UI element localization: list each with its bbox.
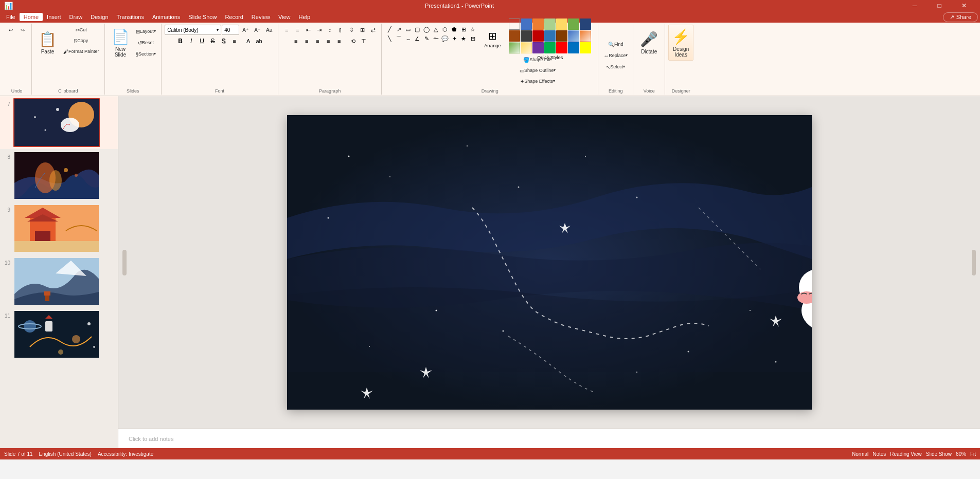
style-swatch-19[interactable] bbox=[568, 42, 579, 53]
font-color-button[interactable]: A bbox=[243, 36, 254, 46]
find-button[interactable]: 🔍 Find bbox=[601, 39, 630, 49]
dictate-button[interactable]: 🎤 Dictate bbox=[636, 25, 662, 61]
style-swatch-12[interactable] bbox=[568, 30, 579, 42]
undo-button[interactable]: ↩ bbox=[5, 25, 16, 35]
arrange-button[interactable]: ⊞ Arrange bbox=[480, 25, 504, 53]
shadow-button[interactable]: S bbox=[219, 36, 229, 46]
justify-button[interactable]: ≡ bbox=[323, 36, 333, 46]
numbering-button[interactable]: ≡ bbox=[292, 25, 302, 35]
scroll-left-handle[interactable] bbox=[122, 250, 127, 275]
style-swatch-15[interactable] bbox=[521, 42, 532, 53]
highlight-button[interactable]: ab bbox=[254, 36, 264, 46]
replace-button[interactable]: ↔ Replace ▾ bbox=[601, 50, 630, 61]
shape-outline-button[interactable]: ▭ Shape Outline ▾ bbox=[480, 65, 595, 76]
convert-button[interactable]: ⇄ bbox=[368, 25, 378, 35]
new-slide-button[interactable]: 📄 NewSlide bbox=[108, 25, 133, 61]
slide-item-11[interactable]: 11 bbox=[0, 308, 118, 361]
style-swatch-20[interactable] bbox=[580, 42, 591, 53]
slideshow-view-button[interactable]: Slide Show bbox=[926, 451, 952, 457]
slide-item-9[interactable]: 9 bbox=[0, 202, 118, 255]
menu-animations[interactable]: Animations bbox=[148, 13, 184, 21]
slide-item-10[interactable]: 10 bbox=[0, 255, 118, 308]
increase-font-button[interactable]: A⁺ bbox=[240, 25, 251, 35]
style-swatch-7[interactable] bbox=[509, 30, 520, 42]
menu-review[interactable]: Review bbox=[247, 13, 274, 21]
shape-more2[interactable]: ⬡ bbox=[440, 25, 450, 34]
scroll-right-handle[interactable] bbox=[972, 250, 976, 275]
shape-expand[interactable]: ⊞ bbox=[468, 34, 477, 43]
layout-button[interactable]: ⊞ Layout ▾ bbox=[134, 26, 158, 36]
style-swatch-6[interactable] bbox=[580, 19, 591, 30]
clear-formatting-button[interactable]: Aa bbox=[263, 25, 275, 35]
shape-scribble[interactable]: 〜 bbox=[431, 34, 440, 43]
style-swatch-5[interactable] bbox=[568, 19, 579, 30]
para-spacing-button[interactable]: ⇳ bbox=[346, 25, 357, 35]
copy-button[interactable]: ⎘ Copy bbox=[61, 35, 101, 46]
notes-view-button[interactable]: Notes bbox=[872, 451, 886, 457]
align-left-button[interactable]: ≡ bbox=[291, 36, 301, 46]
menu-view[interactable]: View bbox=[274, 13, 295, 21]
shape-fill-button[interactable]: 🪣 Shape Fill ▾ bbox=[480, 54, 595, 65]
slide-thumb-11[interactable] bbox=[13, 310, 100, 359]
style-swatch-18[interactable] bbox=[556, 42, 567, 53]
slide-canvas[interactable] bbox=[287, 115, 812, 410]
normal-view-button[interactable]: Normal bbox=[852, 451, 868, 457]
menu-help[interactable]: Help bbox=[295, 13, 315, 21]
shape-callout[interactable]: 💬 bbox=[440, 34, 450, 43]
style-swatch-4[interactable] bbox=[556, 19, 567, 30]
menu-transitions[interactable]: Transitions bbox=[113, 13, 148, 21]
reset-button[interactable]: ↺ Reset bbox=[134, 38, 158, 48]
share-button[interactable]: ↗ Share bbox=[943, 12, 978, 22]
style-swatch-3[interactable] bbox=[544, 19, 556, 30]
strikethrough-button[interactable]: S bbox=[208, 36, 218, 46]
slide-thumb-9[interactable] bbox=[13, 204, 100, 253]
shape-angle[interactable]: ∠ bbox=[413, 34, 422, 43]
shape-line[interactable]: ╱ bbox=[385, 25, 394, 34]
underline-button[interactable]: U bbox=[197, 36, 207, 46]
maximize-button[interactable]: □ bbox=[928, 0, 951, 11]
line-spacing-button[interactable]: ↕ bbox=[325, 25, 335, 35]
style-swatch-1[interactable] bbox=[521, 19, 532, 30]
minimize-button[interactable]: ─ bbox=[903, 0, 926, 11]
shape-more3[interactable]: ⬟ bbox=[450, 25, 459, 34]
shape-star5[interactable]: ★ bbox=[459, 34, 468, 43]
shape-more1[interactable]: △ bbox=[431, 25, 440, 34]
cut-button[interactable]: ✂ Cut bbox=[61, 25, 101, 35]
columns-button[interactable]: ⫿ bbox=[335, 25, 346, 35]
style-swatch-0[interactable] bbox=[509, 19, 520, 30]
decrease-font-button[interactable]: A⁻ bbox=[252, 25, 263, 35]
shape-arrow[interactable]: ↗ bbox=[394, 25, 403, 34]
smartart-button[interactable]: ⊞ bbox=[357, 25, 367, 35]
paste-button[interactable]: 📋 Paste bbox=[35, 25, 60, 61]
slide-thumb-10[interactable] bbox=[13, 257, 100, 306]
style-swatch-10[interactable] bbox=[544, 30, 556, 42]
shape-more5[interactable]: ☆ bbox=[468, 25, 477, 34]
design-ideas-button[interactable]: ⚡ DesignIdeas bbox=[668, 25, 693, 61]
bold-button[interactable]: B bbox=[175, 36, 186, 46]
shape-freeform[interactable]: ✎ bbox=[422, 34, 431, 43]
align-center-button[interactable]: ≡ bbox=[301, 36, 312, 46]
font-size-input[interactable]: 40 bbox=[222, 25, 239, 35]
font-name-input[interactable]: Calibri (Body) ▾ bbox=[165, 25, 221, 35]
style-swatch-16[interactable] bbox=[532, 42, 544, 53]
reading-view-button[interactable]: Reading View bbox=[890, 451, 922, 457]
style-swatch-11[interactable] bbox=[556, 30, 567, 42]
slide-item-8[interactable]: 8 bbox=[0, 149, 118, 202]
style-swatch-8[interactable] bbox=[521, 30, 532, 42]
style-swatch-2[interactable] bbox=[532, 19, 544, 30]
menu-draw[interactable]: Draw bbox=[65, 13, 87, 21]
notes-bar[interactable]: Click to add notes bbox=[118, 429, 980, 448]
align-justify-button[interactable]: ≡ bbox=[334, 36, 344, 46]
menu-home[interactable]: Home bbox=[20, 13, 43, 21]
align-right-button[interactable]: ≡ bbox=[312, 36, 323, 46]
quick-styles-button[interactable]: Quick Styles bbox=[505, 25, 595, 53]
italic-button[interactable]: I bbox=[186, 36, 197, 46]
bullets-button[interactable]: ≡ bbox=[281, 25, 292, 35]
shape-rect[interactable]: ▭ bbox=[403, 25, 413, 34]
menu-insert[interactable]: Insert bbox=[43, 13, 65, 21]
close-button[interactable]: ✕ bbox=[952, 0, 976, 11]
format-painter-button[interactable]: 🖌 Format Painter bbox=[61, 46, 101, 57]
spacing-button[interactable]: ≡ bbox=[229, 36, 240, 46]
style-swatch-17[interactable] bbox=[544, 42, 556, 53]
text-align-button[interactable]: ⊤ bbox=[359, 36, 369, 46]
